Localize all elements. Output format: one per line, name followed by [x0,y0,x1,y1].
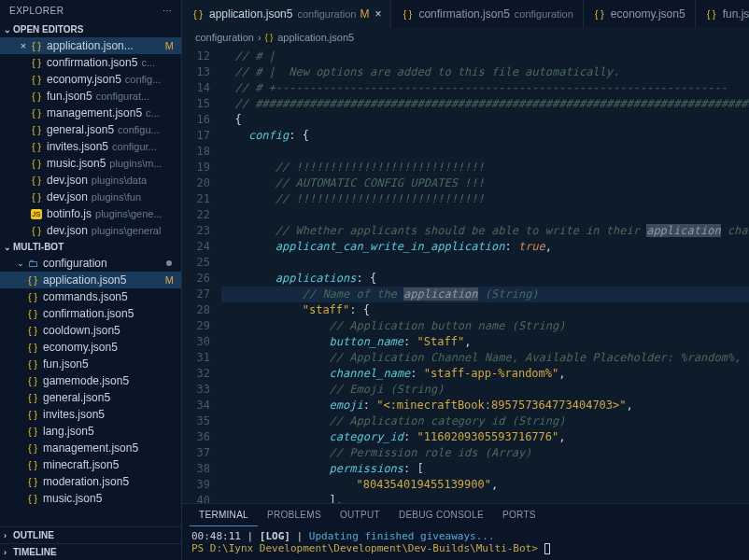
modified-badge: M [165,40,181,51]
main-area: application.json5configurationM×confirma… [182,0,749,560]
open-editor-item[interactable]: fun.json5configurat... [0,88,181,105]
terminal-tab[interactable]: OUTPUT [331,504,389,526]
json5-icon [705,7,718,21]
close-icon[interactable]: × [17,40,30,51]
file-item[interactable]: fun.json5 [0,356,181,372]
explorer-title: EXPLORER [9,6,64,16]
terminal-tab[interactable]: TERMINAL [190,504,258,526]
open-editor-item[interactable]: economy.json5config... [0,71,181,88]
outline-section[interactable]: › OUTLINE [0,526,181,543]
chevron-down-icon: ⌄ [17,259,26,268]
terminal-tabs: TERMINALPROBLEMSOUTPUTDEBUG CONSOLEPORTS [182,504,749,526]
editor-tab[interactable]: application.json5configurationM× [182,0,391,28]
editor-tab[interactable]: fun.json5configuration [696,0,749,28]
modified-dot-icon [166,260,172,266]
editor-tabs: application.json5configurationM×confirma… [182,0,749,28]
json5-icon [26,492,39,505]
open-editor-item[interactable]: botinfo.jsplugins\gene... [0,205,181,222]
chevron-right-icon: › [258,32,261,43]
multibot-section[interactable]: ⌄ MULTI-BOT [0,239,181,255]
file-item[interactable]: music.json5 [0,490,181,507]
open-editor-item[interactable]: management.json5c... [0,105,181,121]
file-item[interactable]: application.json5M [0,272,181,288]
open-editor-item[interactable]: music.json5plugins\m... [0,155,181,172]
editor-tab[interactable]: confirmation.json5configuration [391,0,583,28]
terminal-content[interactable]: 00:48:11 | [LOG] | Updating finished giv… [182,526,749,560]
chevron-down-icon: ⌄ [4,25,13,35]
file-item[interactable]: commands.json5 [0,288,181,305]
json-icon [30,190,43,203]
terminal-cursor [544,543,550,554]
open-editor-item[interactable]: dev.jsonplugins\data [0,172,181,189]
folder-configuration[interactable]: ⌄ 🗀 configuration [0,255,181,272]
open-editors-list: ×application.json...Mconfirmation.json5c… [0,37,181,239]
file-tree: ⌄ 🗀 configuration application.json5Mcomm… [0,255,181,526]
json5-icon [26,408,39,421]
terminal-tab[interactable]: PORTS [493,504,545,526]
json5-icon [26,374,39,387]
open-editors-section[interactable]: ⌄ OPEN EDITORS [0,21,181,37]
json5-icon [26,307,39,320]
json5-icon [26,475,39,488]
chevron-down-icon: ⌄ [4,243,13,252]
file-item[interactable]: gamemode.json5 [0,372,181,389]
close-icon[interactable]: × [374,7,381,21]
json5-icon [30,106,43,119]
terminal-tab[interactable]: DEBUG CONSOLE [389,504,493,526]
json5-icon [30,73,43,86]
json5-icon [26,357,39,371]
timeline-section[interactable]: › TIMELINE [0,543,181,560]
open-editor-item[interactable]: ×application.json...M [0,37,181,54]
open-editor-item[interactable]: confirmation.json5c... [0,54,181,71]
modified-badge: M [165,274,181,286]
json5-icon [30,157,43,170]
file-item[interactable]: invites.json5 [0,406,181,423]
file-item[interactable]: lang.json5 [0,423,181,440]
json5-icon [26,425,39,438]
json5-icon [26,341,39,354]
explorer-header: EXPLORER ⋯ [0,0,181,21]
json5-icon [30,39,43,52]
file-item[interactable]: economy.json5 [0,339,181,356]
chevron-right-icon: › [4,548,13,557]
chevron-right-icon: › [4,531,13,540]
json5-icon [30,56,43,69]
json5-icon [26,290,39,303]
json5-icon [30,140,43,153]
json5-icon [30,90,43,103]
file-item[interactable]: general.json5 [0,389,181,406]
js-icon [30,207,43,220]
json5-icon [191,7,205,21]
json5-icon [593,7,606,21]
json5-icon: { } [265,33,274,42]
json5-icon [26,458,39,471]
open-editor-item[interactable]: dev.jsonplugins\fun [0,189,181,205]
line-numbers: 1213141516171819202122232425262728293031… [182,47,221,503]
file-item[interactable]: management.json5 [0,440,181,456]
more-icon[interactable]: ⋯ [163,6,173,16]
open-editor-item[interactable]: invites.json5configur... [0,138,181,155]
explorer-sidebar: EXPLORER ⋯ ⌄ OPEN EDITORS ×application.j… [0,0,182,560]
file-item[interactable]: confirmation.json5 [0,305,181,322]
json5-icon [26,324,39,337]
json5-icon [26,391,39,404]
terminal-tab[interactable]: PROBLEMS [258,504,331,526]
json5-icon [30,123,43,136]
json-icon [30,224,43,237]
breadcrumb[interactable]: configuration › { } application.json5 [182,28,749,47]
folder-open-icon: 🗀 [26,257,39,270]
open-editor-item[interactable]: general.json5configu... [0,121,181,138]
json-icon [30,174,43,187]
terminal-panel: TERMINALPROBLEMSOUTPUTDEBUG CONSOLEPORTS… [182,503,749,560]
file-item[interactable]: moderation.json5 [0,473,181,490]
modified-badge: M [360,7,369,21]
json5-icon [26,441,39,455]
json5-icon [26,273,39,287]
json5-icon [401,7,414,21]
file-item[interactable]: cooldown.json5 [0,322,181,339]
open-editor-item[interactable]: dev.jsonplugins\general [0,222,181,239]
code-editor[interactable]: 1213141516171819202122232425262728293031… [182,47,749,503]
editor-tab[interactable]: economy.json5 [584,0,696,28]
file-item[interactable]: minecraft.json5 [0,456,181,473]
code-content[interactable]: // # | // # | New options are added to t… [221,47,749,503]
